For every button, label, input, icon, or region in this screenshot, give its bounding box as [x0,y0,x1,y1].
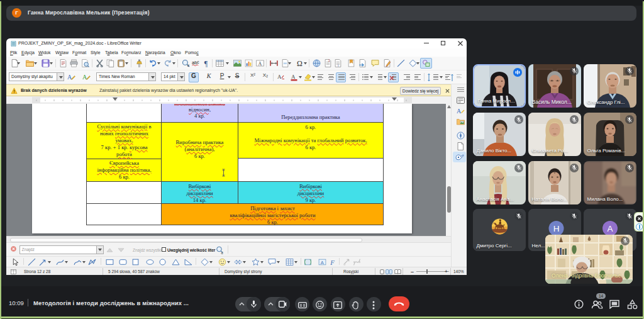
svg-text:c: c [197,60,199,64]
svg-text:A: A [258,61,262,67]
svg-text:¶: ¶ [204,59,208,67]
svg-text:А: А [607,224,613,233]
svg-text:A: A [291,74,296,80]
svg-text:A: A [277,74,282,80]
svg-text:d: d [221,250,223,254]
svg-text:d: d [187,64,189,67]
svg-text:Н: Н [553,224,559,233]
svg-text:A: A [457,108,462,115]
svg-text:Ω: Ω [297,59,303,67]
svg-text:1: 1 [328,59,330,62]
svg-text:F: F [330,259,335,266]
svg-text:i: i [338,64,338,67]
